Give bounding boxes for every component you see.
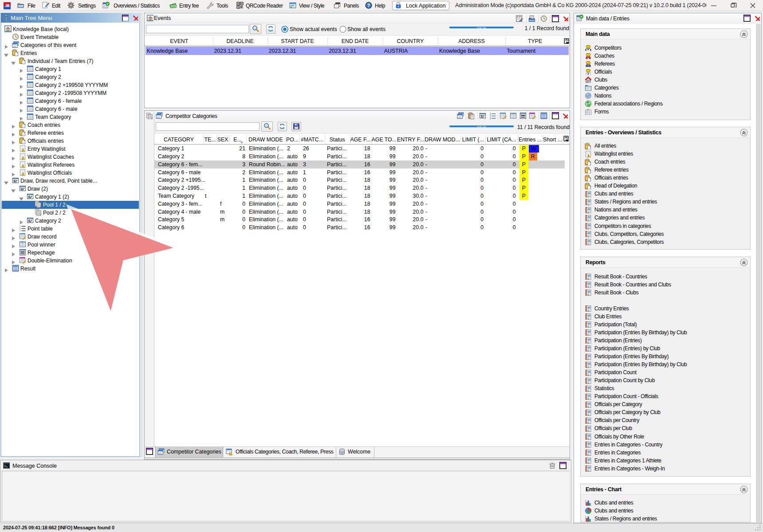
svg-text:3: 3: [490, 117, 491, 119]
svg-text:?: ?: [367, 3, 370, 8]
svg-text:3: 3: [20, 230, 21, 232]
